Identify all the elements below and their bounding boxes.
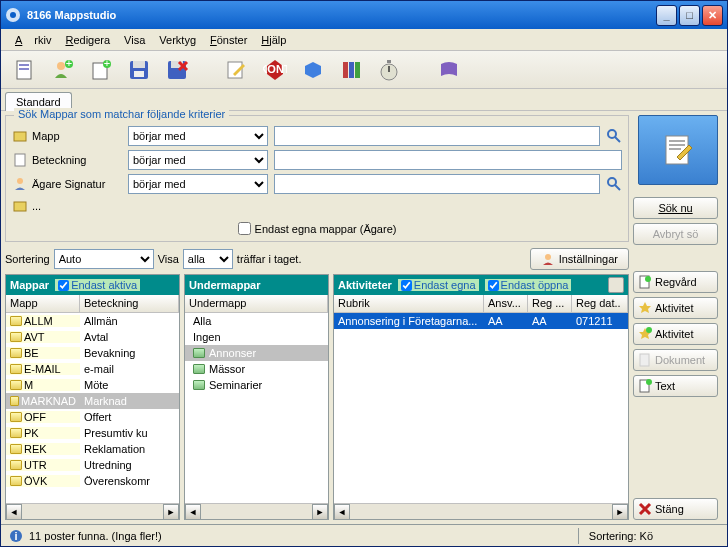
sok-nu-button[interactable]: Sök nu	[633, 197, 718, 219]
tool-kont-icon[interactable]: KONT	[261, 56, 289, 84]
scroll-right-icon[interactable]: ►	[163, 504, 179, 520]
input-mapp[interactable]	[274, 126, 600, 146]
scroll-left-icon[interactable]: ◄	[6, 504, 22, 520]
select-visa[interactable]: alla	[183, 249, 233, 269]
checkbox-endast-aktiva[interactable]	[58, 280, 69, 291]
app-icon	[5, 7, 21, 23]
svg-rect-21	[355, 62, 360, 78]
aktivitet-button[interactable]: Aktivitet	[633, 297, 718, 319]
installningar-button[interactable]: Inställningar	[530, 248, 629, 270]
checkbox-endast-egna-mappar[interactable]	[238, 222, 251, 235]
svg-text:+: +	[66, 58, 72, 69]
notepad-icon	[638, 115, 718, 185]
panel-mappar: Mappar Endast aktiva Mapp Beteckning ALL…	[5, 274, 180, 520]
aktivitet2-button[interactable]: Aktivitet	[633, 323, 718, 345]
table-row[interactable]: PKPresumtiv ku	[6, 425, 179, 441]
search-icon[interactable]	[606, 128, 622, 144]
text-icon	[638, 379, 652, 393]
col-rubrik[interactable]: Rubrik	[334, 295, 484, 312]
maximize-button[interactable]: □	[679, 5, 700, 26]
close-icon	[638, 502, 652, 516]
tool-add-user-icon[interactable]: +	[49, 56, 77, 84]
stang-button[interactable]: Stäng	[633, 498, 718, 520]
svg-rect-35	[669, 140, 685, 142]
list-item[interactable]: Mässor	[185, 361, 328, 377]
label-beteckning: Beteckning	[32, 154, 86, 166]
svg-point-29	[17, 178, 23, 184]
scroll-right-icon[interactable]: ►	[612, 504, 628, 520]
table-row[interactable]: ÖVKÖverenskomr	[6, 473, 179, 489]
list-item[interactable]: Ingen	[185, 329, 328, 345]
regvard-button[interactable]: Regvård	[633, 271, 718, 293]
tool-edit-icon[interactable]	[223, 56, 251, 84]
undermappar-list[interactable]: AllaIngenAnnonserMässorSeminarier	[185, 313, 328, 503]
menu-visa[interactable]: Visa	[118, 32, 151, 48]
panel-title-aktiviteter: Aktiviteter	[338, 279, 392, 291]
list-item[interactable]: Seminarier	[185, 377, 328, 393]
menu-verktyg[interactable]: Verktyg	[153, 32, 202, 48]
menu-fonster[interactable]: Fönster	[204, 32, 253, 48]
scroll-right-icon[interactable]: ►	[312, 504, 328, 520]
col-beteckning[interactable]: Beteckning	[80, 295, 179, 312]
gear-icon[interactable]	[608, 277, 624, 293]
menubar: Arkiv Redigera Visa Verktyg Fönster Hjäl…	[1, 29, 727, 51]
label-endast-egna-mappar: Endast egna mappar (Ägare)	[255, 223, 397, 235]
mappar-list[interactable]: ALLMAllmänAVTAvtalBEBevakningE-MAILe-mai…	[6, 313, 179, 503]
list-item[interactable]: Alla	[185, 313, 328, 329]
menu-redigera[interactable]: Redigera	[59, 32, 116, 48]
text-button[interactable]: Text	[633, 375, 718, 397]
select-mapp-op[interactable]: börjar med	[128, 126, 268, 146]
checkbox-endast-oppna[interactable]	[488, 280, 499, 291]
input-beteckning[interactable]	[274, 150, 622, 170]
col-regdat[interactable]: Reg dat..	[572, 295, 628, 312]
panel-undermappar: Undermappar Undermapp AllaIngenAnnonserM…	[184, 274, 329, 520]
tool-save-icon[interactable]	[125, 56, 153, 84]
list-item[interactable]: Annonser	[185, 345, 328, 361]
tool-books-icon[interactable]	[337, 56, 365, 84]
menu-hjalp[interactable]: Hjälp	[255, 32, 292, 48]
tool-stopwatch-icon[interactable]	[375, 56, 403, 84]
input-agare[interactable]	[274, 174, 600, 194]
svg-text:i: i	[14, 530, 17, 542]
select-agare-op[interactable]: börjar med	[128, 174, 268, 194]
svg-rect-20	[349, 62, 354, 78]
tool-help-icon[interactable]	[435, 56, 463, 84]
search-icon[interactable]	[606, 176, 622, 192]
checkbox-endast-egna[interactable]	[401, 280, 412, 291]
aktiviteter-list[interactable]: Annonsering i Företagarna...AAAA071211	[334, 313, 628, 503]
col-reg[interactable]: Reg ...	[528, 295, 572, 312]
more-icon[interactable]	[12, 198, 28, 214]
tool-add-doc-icon[interactable]: +	[87, 56, 115, 84]
svg-rect-37	[669, 148, 681, 150]
menu-arkiv[interactable]: Arkiv	[9, 32, 57, 48]
minimize-button[interactable]: _	[656, 5, 677, 26]
svg-point-26	[608, 130, 616, 138]
table-row[interactable]: REKReklamation	[6, 441, 179, 457]
scroll-left-icon[interactable]: ◄	[185, 504, 201, 520]
select-sortering[interactable]: Auto	[54, 249, 154, 269]
table-row[interactable]: OFFOffert	[6, 409, 179, 425]
tool-new-icon[interactable]	[11, 56, 39, 84]
table-row[interactable]: ALLMAllmän	[6, 313, 179, 329]
tool-delete-icon[interactable]	[163, 56, 191, 84]
table-row[interactable]: MARKNADMarknad	[6, 393, 179, 409]
col-undermapp[interactable]: Undermapp	[185, 295, 328, 312]
select-beteckning-op[interactable]: börjar med	[128, 150, 268, 170]
close-button[interactable]: ✕	[702, 5, 723, 26]
avbryt-button[interactable]: Avbryt sö	[633, 223, 718, 245]
svg-point-1	[10, 12, 16, 18]
svg-rect-43	[640, 354, 649, 366]
table-row[interactable]: BEBevakning	[6, 345, 179, 361]
col-ansv[interactable]: Ansv...	[484, 295, 528, 312]
svg-rect-19	[343, 62, 348, 78]
tool-tag-icon[interactable]	[299, 56, 327, 84]
table-row[interactable]: MMöte	[6, 377, 179, 393]
table-row[interactable]: UTRUtredning	[6, 457, 179, 473]
label-traffar: träffar i taget.	[237, 253, 302, 265]
table-row[interactable]: Annonsering i Företagarna...AAAA071211	[334, 313, 628, 329]
table-row[interactable]: E-MAILe-mail	[6, 361, 179, 377]
col-mapp[interactable]: Mapp	[6, 295, 80, 312]
dokument-button[interactable]: Dokument	[633, 349, 718, 371]
scroll-left-icon[interactable]: ◄	[334, 504, 350, 520]
table-row[interactable]: AVTAvtal	[6, 329, 179, 345]
